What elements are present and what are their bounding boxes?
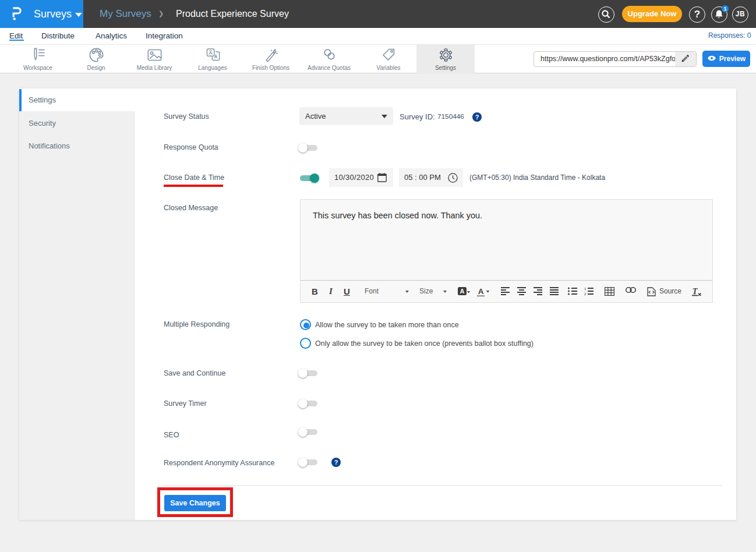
svg-text:T: T xyxy=(693,287,698,296)
svg-text:A: A xyxy=(460,288,465,295)
svg-text:A: A xyxy=(478,287,484,296)
svg-text:2: 2 xyxy=(584,292,587,295)
svg-text:1: 1 xyxy=(584,287,587,291)
